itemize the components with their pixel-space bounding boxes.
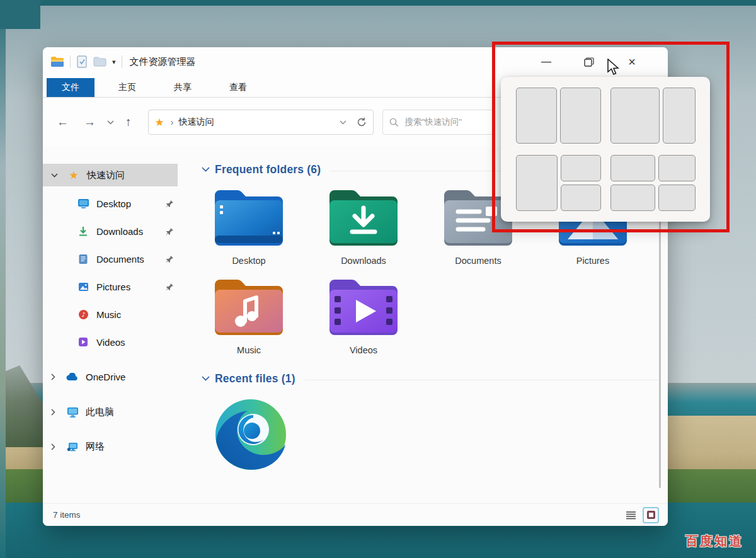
sidebar-item-pictures[interactable]: Pictures <box>43 275 178 298</box>
vertical-scrollbar[interactable] <box>659 205 661 488</box>
refresh-icon[interactable] <box>357 117 367 127</box>
videos-folder-large-icon <box>327 277 400 335</box>
tab-view[interactable]: 查看 <box>215 78 261 97</box>
back-button[interactable]: ← <box>49 115 76 129</box>
downloads-folder-large-icon <box>327 188 400 246</box>
properties-icon[interactable] <box>76 55 88 68</box>
qat-divider <box>70 55 71 68</box>
status-bar: 7 items <box>43 503 668 526</box>
breadcrumb-separator: › <box>171 117 174 127</box>
sidebar-item-label: Documents <box>96 254 144 265</box>
sidebar-item-music[interactable]: ♪ Music <box>43 303 178 326</box>
sidebar-item-label: Music <box>96 309 121 320</box>
qat-divider <box>122 55 122 68</box>
wallpaper-top-edge <box>0 0 756 6</box>
details-view-icon[interactable] <box>626 511 636 520</box>
item-count: 7 items <box>53 510 81 520</box>
tab-home[interactable]: 主页 <box>105 78 150 97</box>
pin-icon <box>166 200 174 208</box>
chevron-right-icon[interactable] <box>51 373 60 380</box>
sidebar-item-quick-access[interactable]: ★ 快速访问 <box>43 164 178 186</box>
sidebar-item-desktop[interactable]: Desktop <box>43 192 178 215</box>
chevron-down-icon[interactable] <box>202 376 210 381</box>
search-icon <box>389 118 399 127</box>
sidebar-item-label: 快速访问 <box>87 169 125 181</box>
sidebar-item-downloads[interactable]: Downloads <box>43 220 178 242</box>
quick-access-toolbar: ▾ <box>50 55 122 68</box>
folder-label: Downloads <box>341 256 386 266</box>
recent-files-header[interactable]: Recent files (1) <box>202 369 668 388</box>
sidebar-item-label: Desktop <box>96 198 131 209</box>
frequent-folders-row-2: Music Videos <box>202 277 668 355</box>
desktop-folder-icon <box>77 197 89 210</box>
music-note-icon: ♪ <box>77 308 89 321</box>
monitor-icon <box>66 406 79 418</box>
desktop: ▾ 文件资源管理器 — × 文件 主页 共享 查看 ← → <box>0 0 756 558</box>
sidebar-item-label: 网络 <box>86 441 105 453</box>
navigation-pane: ★ 快速访问 Desktop Downloads <box>43 153 183 503</box>
explorer-folder-icon <box>50 56 64 67</box>
sidebar-item-label: Videos <box>96 337 125 348</box>
chevron-down-icon[interactable] <box>202 167 210 172</box>
folder-label: Desktop <box>232 256 265 266</box>
section-title: Recent files (1) <box>215 372 295 385</box>
sidebar-item-documents[interactable]: Documents <box>43 248 178 270</box>
watermark: 百度知道 <box>685 533 743 550</box>
folder-tile-videos[interactable]: Videos <box>316 277 411 355</box>
chevron-down-icon[interactable] <box>51 173 60 178</box>
window-title: 文件资源管理器 <box>130 56 196 68</box>
search-placeholder: 搜索"快速访问" <box>405 117 462 128</box>
picture-icon <box>77 280 89 293</box>
large-icons-view-icon[interactable] <box>643 507 659 523</box>
desktop-folder-large-icon <box>212 188 285 246</box>
folder-tile-music[interactable]: Music <box>202 277 296 355</box>
sidebar-item-label: 此电脑 <box>86 406 114 418</box>
folder-label: Documents <box>455 256 501 266</box>
chevron-right-icon[interactable] <box>51 409 60 416</box>
breadcrumb[interactable]: 快速访问 <box>178 117 214 128</box>
address-dropdown-icon[interactable] <box>340 120 346 125</box>
tab-share[interactable]: 共享 <box>160 78 205 97</box>
section-rule <box>304 380 658 380</box>
search-input[interactable]: 搜索"快速访问" <box>382 110 493 135</box>
forward-button[interactable]: → <box>76 115 103 129</box>
sidebar-item-label: OneDrive <box>86 372 125 382</box>
sidebar-item-this-pc[interactable]: 此电脑 <box>43 401 178 423</box>
sidebar-item-videos[interactable]: Videos <box>43 331 178 353</box>
document-icon <box>77 253 89 265</box>
sidebar-item-onedrive[interactable]: OneDrive <box>43 365 178 388</box>
wallpaper-corner <box>0 0 40 29</box>
address-bar[interactable]: ★ › 快速访问 <box>148 110 374 135</box>
folder-tile-desktop[interactable]: Desktop <box>202 188 296 266</box>
quick-access-star-icon: ★ <box>155 116 164 129</box>
tab-file[interactable]: 文件 <box>47 78 94 97</box>
section-title: Frequent folders (6) <box>215 163 321 176</box>
folder-label: Pictures <box>576 256 609 266</box>
edge-logo-icon <box>210 394 291 475</box>
sidebar-item-label: Pictures <box>96 282 130 292</box>
qat-customize-dropdown-icon[interactable]: ▾ <box>112 58 116 66</box>
annotation-highlight-box <box>492 42 730 232</box>
recent-file-edge[interactable] <box>210 394 291 475</box>
pin-icon <box>166 283 174 291</box>
pin-icon <box>166 255 174 263</box>
recent-locations-dropdown-icon[interactable] <box>103 120 118 125</box>
network-pc-icon <box>66 440 79 453</box>
wallpaper-left-edge <box>0 0 6 558</box>
folder-tile-downloads[interactable]: Downloads <box>316 188 411 266</box>
downloads-arrow-icon <box>77 225 89 237</box>
pin-icon <box>166 227 174 236</box>
sidebar-item-network[interactable]: 网络 <box>43 435 178 458</box>
folder-label: Music <box>237 345 261 355</box>
svg-text:♪: ♪ <box>81 311 85 318</box>
chevron-right-icon[interactable] <box>51 443 60 450</box>
folder-label: Videos <box>350 345 377 355</box>
cloud-icon <box>66 370 79 383</box>
up-button[interactable]: ↑ <box>118 115 139 129</box>
new-folder-icon[interactable] <box>93 57 106 67</box>
music-folder-large-icon <box>212 277 285 335</box>
star-icon: ★ <box>67 169 80 181</box>
sidebar-item-label: Downloads <box>96 226 143 237</box>
video-play-icon <box>77 336 89 348</box>
